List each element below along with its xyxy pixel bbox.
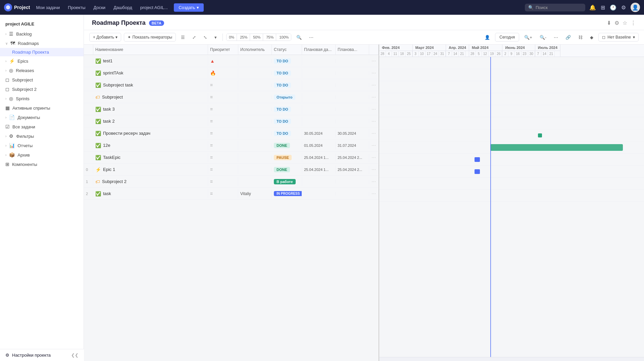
td-num bbox=[84, 59, 93, 63]
more-gantt-icon[interactable]: ⋯ bbox=[307, 34, 316, 41]
link-icon[interactable]: 🔗 bbox=[563, 34, 573, 41]
sidebar-item-filters[interactable]: › ⚙ Фильтры bbox=[0, 131, 84, 141]
filter-icon[interactable]: ⚙ bbox=[614, 20, 619, 26]
history-icon[interactable]: 🕐 bbox=[610, 4, 616, 11]
gantt-scrollbar[interactable] bbox=[379, 357, 644, 361]
table-row[interactable]: 1 🏷 Subproject 2 = В работе ⋯ bbox=[84, 176, 379, 188]
today-button[interactable]: Сегодня bbox=[495, 33, 519, 42]
page-title: Roadmap Проекта bbox=[92, 19, 146, 26]
td-more[interactable]: ⋯ bbox=[369, 80, 379, 89]
td-more[interactable]: ⋯ bbox=[369, 153, 379, 162]
sidebar-item-all-tasks[interactable]: ☑ Все задачи bbox=[0, 122, 84, 131]
gantt-bar-small[interactable] bbox=[475, 169, 480, 174]
sidebar-settings[interactable]: ⚙ Настройки проекта ❮❮ bbox=[0, 349, 84, 361]
sidebar-item-sprints[interactable]: › ◎ Sprints bbox=[0, 94, 84, 103]
chevron-down-icon[interactable]: ▾ bbox=[212, 34, 219, 41]
table-row[interactable]: ✅ Subproject task = TO DO ⋯ bbox=[84, 79, 379, 91]
task-name-label: Subproject bbox=[102, 95, 123, 100]
sidebar-item-subproject[interactable]: ◻ Subproject bbox=[0, 75, 84, 84]
sidebar-item-releases[interactable]: › ◎ Releases bbox=[0, 66, 84, 75]
search-bar[interactable]: 🔍 Поиск bbox=[525, 4, 585, 11]
td-more[interactable]: ⋯ bbox=[369, 141, 379, 150]
sidebar-item-subproject2[interactable]: ◻ Subproject 2 bbox=[0, 84, 84, 94]
table-row[interactable]: ✅ Провести ресерч задач = TO DO 30.05.20… bbox=[84, 127, 379, 139]
nav-boards[interactable]: Доски bbox=[91, 4, 107, 11]
unlink-icon[interactable]: ⛓ bbox=[576, 34, 585, 41]
expand-icon[interactable]: ⤢ bbox=[190, 34, 198, 41]
sidebar-item-archive[interactable]: › 📦 Архив bbox=[0, 150, 84, 160]
td-more[interactable]: ⋯ bbox=[369, 56, 379, 65]
avatar-icon[interactable]: 👤 bbox=[631, 3, 640, 12]
person-icon[interactable]: 👤 bbox=[482, 34, 492, 41]
baseline-button[interactable]: ◻ Нет Baseline ▾ bbox=[598, 33, 639, 42]
sidebar-item-epics[interactable]: › ⚡ Epics bbox=[0, 56, 84, 66]
td-name: ✅ TaskEpic bbox=[93, 153, 208, 162]
sidebar-item-documents[interactable]: › 📄 Документы bbox=[0, 113, 84, 122]
td-more[interactable]: ⋯ bbox=[369, 68, 379, 77]
sidebar-item-components[interactable]: ⊞ Компоненты bbox=[0, 160, 84, 169]
search-gantt-icon[interactable]: 🔍 bbox=[294, 34, 304, 41]
table-row[interactable]: ✅ task 2 = TO DO ⋯ bbox=[84, 115, 379, 127]
sidebar-item-roadmap-project[interactable]: Roadmap Проекта bbox=[0, 48, 84, 56]
nav-project-agile[interactable]: project AGIL... bbox=[138, 4, 170, 11]
table-row[interactable]: ✅ sprintTAsk 🔥 TO DO ⋯ bbox=[84, 67, 379, 79]
zoom-in-icon[interactable]: 🔍+ bbox=[522, 34, 535, 41]
create-button[interactable]: Создать ▾ bbox=[174, 3, 203, 12]
td-more[interactable]: ⋯ bbox=[369, 117, 379, 126]
sidebar-item-reports[interactable]: › 📊 Отчеты bbox=[0, 141, 84, 150]
sidebar-item-backlog[interactable]: › ☰ Backlog bbox=[0, 29, 84, 39]
layout-icon[interactable]: ⊞ bbox=[601, 4, 605, 11]
gear-icon[interactable]: ⚙ bbox=[621, 4, 626, 11]
nav-dashboard[interactable]: Дашборд bbox=[111, 4, 134, 11]
td-priority: = bbox=[208, 105, 238, 114]
nav-projects[interactable]: Проекты bbox=[66, 4, 87, 11]
gantt-bar[interactable] bbox=[490, 144, 623, 151]
zoom-75[interactable]: 75% bbox=[264, 34, 276, 41]
releases-icon: ◎ bbox=[9, 68, 13, 73]
chevron-right-icon-releases: › bbox=[5, 69, 6, 72]
filter-list-icon[interactable]: ☰ bbox=[179, 34, 187, 41]
zoom-out-icon[interactable]: 🔍- bbox=[537, 34, 549, 41]
diamond-icon[interactable]: ◆ bbox=[588, 34, 596, 41]
settings-label: Настройки проекта bbox=[12, 353, 51, 358]
baseline-icon: ◻ bbox=[602, 35, 605, 40]
documents-icon: 📄 bbox=[9, 115, 15, 120]
td-more[interactable]: ⋯ bbox=[369, 93, 379, 102]
td-more[interactable]: ⋯ bbox=[369, 165, 379, 174]
bell-icon[interactable]: 🔔 bbox=[589, 4, 596, 11]
download-icon[interactable]: ⬇ bbox=[607, 20, 611, 26]
collapse-icon[interactable]: ⤡ bbox=[201, 34, 209, 41]
td-status: TO DO bbox=[272, 105, 302, 114]
add-button[interactable]: + Добавить ▾ bbox=[89, 33, 121, 42]
gantt-row bbox=[379, 166, 644, 178]
td-more[interactable]: ⋯ bbox=[369, 189, 379, 198]
table-row[interactable]: 🏷 Subproject = Открыто ⋯ bbox=[84, 91, 379, 103]
sidebar-item-roadmaps[interactable]: ∨ 🗺 Roadmaps bbox=[0, 39, 84, 48]
zoom-0[interactable]: 0% bbox=[227, 34, 237, 41]
gantt-bar-small[interactable] bbox=[475, 157, 480, 162]
zoom-25[interactable]: 25% bbox=[238, 34, 250, 41]
td-more[interactable]: ⋯ bbox=[369, 105, 379, 114]
generators-button[interactable]: ✦ Показать генераторы bbox=[124, 33, 176, 42]
table-row[interactable]: 0 ⚡ Epic 1 = DONE 25.04.2024 1... 25.04.… bbox=[84, 164, 379, 176]
table-row[interactable]: 2 ✅ task = Vitaliy IN PROGRESS ⋯ bbox=[84, 188, 379, 200]
td-more[interactable]: ⋯ bbox=[369, 129, 379, 138]
nav-my-tasks[interactable]: Мои задачи bbox=[34, 4, 62, 11]
zoom-100[interactable]: 100% bbox=[277, 34, 291, 41]
table-row[interactable]: ✅ test1 ▲ TO DO ⋯ bbox=[84, 55, 379, 67]
table-row[interactable]: ✅ task 3 = TO DO ⋯ bbox=[84, 103, 379, 115]
status-badge: TO DO bbox=[274, 119, 291, 124]
app-logo[interactable]: Project bbox=[4, 3, 30, 11]
table-row[interactable]: ✅ TaskEpic = PAUSE 25.04.2024 1... 25.04… bbox=[84, 152, 379, 164]
sidebar-label-backlog: Backlog bbox=[16, 32, 32, 37]
td-status: TO DO bbox=[272, 56, 302, 66]
star-icon[interactable]: ☆ bbox=[623, 20, 627, 26]
sidebar-collapse-icon[interactable]: ❮❮ bbox=[71, 353, 79, 358]
zoom-50[interactable]: 50% bbox=[251, 34, 263, 41]
more-options-icon[interactable]: ⋯ bbox=[551, 34, 560, 41]
more-icon[interactable]: ⋮ bbox=[631, 20, 636, 26]
chevron-right-icon: › bbox=[5, 32, 6, 36]
td-more[interactable]: ⋯ bbox=[369, 177, 379, 186]
table-row[interactable]: ✅ 12e = DONE 01.05.2024 31.07.2024 ⋯ bbox=[84, 139, 379, 152]
sidebar-item-active-sprints[interactable]: ▦ Активные спринты bbox=[0, 103, 84, 113]
